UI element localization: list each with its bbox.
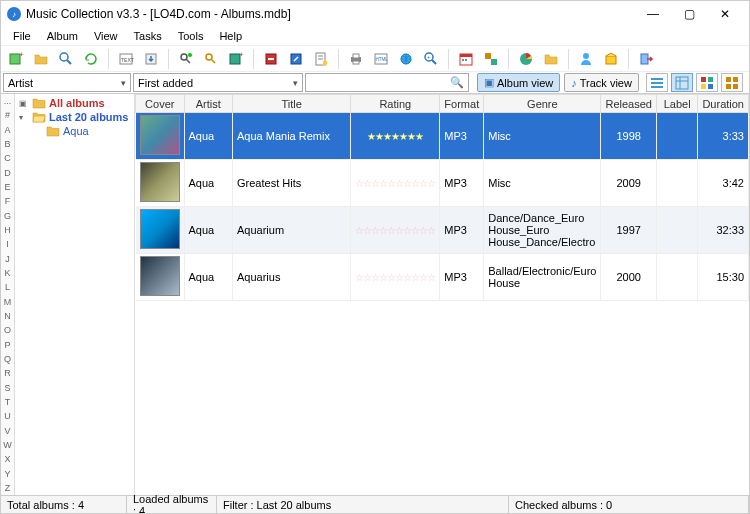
alpha-C[interactable]: C — [1, 151, 14, 165]
svg-rect-42 — [651, 86, 663, 88]
search-box[interactable]: 🔍 — [305, 73, 469, 92]
calendar-button[interactable] — [455, 48, 477, 70]
table-row[interactable]: AquaAqua Mania Remix★★★★★★★MP3Misc19983:… — [136, 113, 749, 160]
track-view-toggle[interactable]: ♪Track view — [564, 73, 639, 92]
menu-tasks[interactable]: Tasks — [126, 28, 170, 44]
expand-icon[interactable]: ▾ — [19, 113, 29, 122]
alpha-S[interactable]: S — [1, 381, 14, 395]
alpha-D[interactable]: D — [1, 166, 14, 180]
col-released[interactable]: Released — [601, 95, 656, 113]
text-field-button[interactable]: TEXT — [115, 48, 137, 70]
alpha-B[interactable]: B — [1, 137, 14, 151]
alpha-J[interactable]: J — [1, 252, 14, 266]
cell-label — [656, 113, 697, 160]
tree-node-all-albums[interactable]: ▣ All albums — [17, 96, 132, 110]
alpha-H[interactable]: H — [1, 223, 14, 237]
alpha-E[interactable]: E — [1, 180, 14, 194]
find-next-button[interactable] — [200, 48, 222, 70]
html-export-button[interactable]: HTML — [370, 48, 392, 70]
menu-album[interactable]: Album — [39, 28, 86, 44]
menu-file[interactable]: File — [5, 28, 39, 44]
alpha-I[interactable]: I — [1, 237, 14, 251]
close-button[interactable]: ✕ — [707, 3, 743, 25]
album-view-toggle[interactable]: ▣Album view — [477, 73, 560, 92]
layout-list-button[interactable] — [646, 73, 668, 92]
col-duration[interactable]: Duration — [698, 95, 749, 113]
col-genre[interactable]: Genre — [484, 95, 601, 113]
alpha-...[interactable]: ... — [1, 94, 14, 108]
layout-tiles-button[interactable] — [696, 73, 718, 92]
rating-stars[interactable]: ☆☆☆☆☆☆☆☆☆☆ — [355, 272, 435, 283]
alpha-G[interactable]: G — [1, 209, 14, 223]
import-button[interactable] — [140, 48, 162, 70]
open-db-button[interactable] — [30, 48, 52, 70]
col-artist[interactable]: Artist — [184, 95, 233, 113]
rating-stars[interactable]: ☆☆☆☆☆☆☆☆☆☆ — [355, 225, 435, 236]
view-button[interactable] — [55, 48, 77, 70]
print-button[interactable] — [345, 48, 367, 70]
properties-button[interactable] — [310, 48, 332, 70]
zoom-button[interactable]: + — [420, 48, 442, 70]
alpha-F[interactable]: F — [1, 194, 14, 208]
layout-covers-button[interactable] — [721, 73, 743, 92]
menu-view[interactable]: View — [86, 28, 126, 44]
alpha-Q[interactable]: Q — [1, 352, 14, 366]
layout-detail-button[interactable] — [671, 73, 693, 92]
alpha-K[interactable]: K — [1, 266, 14, 280]
svg-point-10 — [206, 54, 212, 60]
minimize-button[interactable]: — — [635, 3, 671, 25]
alpha-Y[interactable]: Y — [1, 467, 14, 481]
alpha-A[interactable]: A — [1, 123, 14, 137]
svg-rect-38 — [606, 56, 616, 64]
alpha-Z[interactable]: Z — [1, 481, 14, 495]
col-cover[interactable]: Cover — [136, 95, 185, 113]
svg-line-11 — [212, 59, 216, 63]
alpha-M[interactable]: M — [1, 295, 14, 309]
album-table-wrap[interactable]: CoverArtistTitleRatingFormatGenreRelease… — [135, 94, 749, 495]
open-folder-button[interactable] — [540, 48, 562, 70]
table-row[interactable]: AquaAquarium☆☆☆☆☆☆☆☆☆☆MP3Dance/Dance_Eur… — [136, 207, 749, 254]
alpha-R[interactable]: R — [1, 366, 14, 380]
edit-button[interactable] — [285, 48, 307, 70]
batch-button[interactable] — [480, 48, 502, 70]
tree-node-last20[interactable]: ▾ Last 20 albums — [17, 110, 132, 124]
web-button[interactable] — [395, 48, 417, 70]
refresh-button[interactable] — [80, 48, 102, 70]
add-album-button[interactable]: + — [225, 48, 247, 70]
col-rating[interactable]: Rating — [351, 95, 440, 113]
group-by-combo[interactable]: Artist — [3, 73, 131, 92]
delete-button[interactable] — [260, 48, 282, 70]
rating-stars[interactable]: ★★★★★★★ — [367, 131, 423, 142]
collapse-icon[interactable]: ▣ — [19, 99, 29, 108]
alpha-O[interactable]: O — [1, 323, 14, 337]
chart-button[interactable] — [515, 48, 537, 70]
exit-button[interactable] — [635, 48, 657, 70]
alpha-N[interactable]: N — [1, 309, 14, 323]
tree-node-artist[interactable]: Aqua — [17, 124, 132, 138]
col-format[interactable]: Format — [440, 95, 484, 113]
search-input[interactable] — [310, 77, 450, 89]
col-title[interactable]: Title — [233, 95, 351, 113]
maximize-button[interactable]: ▢ — [671, 3, 707, 25]
alpha-V[interactable]: V — [1, 424, 14, 438]
alpha-T[interactable]: T — [1, 395, 14, 409]
alpha-L[interactable]: L — [1, 280, 14, 294]
table-row[interactable]: AquaAquarius☆☆☆☆☆☆☆☆☆☆MP3Ballad/Electron… — [136, 254, 749, 301]
rating-stars[interactable]: ☆☆☆☆☆☆☆☆☆☆ — [355, 178, 435, 189]
find-button[interactable] — [175, 48, 197, 70]
new-db-button[interactable]: + — [5, 48, 27, 70]
cell-duration: 3:42 — [698, 160, 749, 207]
user-button[interactable] — [575, 48, 597, 70]
menu-help[interactable]: Help — [211, 28, 250, 44]
alpha-U[interactable]: U — [1, 409, 14, 423]
alpha-W[interactable]: W — [1, 438, 14, 452]
package-button[interactable] — [600, 48, 622, 70]
svg-rect-53 — [733, 84, 738, 89]
alpha-P[interactable]: P — [1, 338, 14, 352]
alpha-#[interactable]: # — [1, 108, 14, 122]
alpha-X[interactable]: X — [1, 452, 14, 466]
sort-by-combo[interactable]: First added — [133, 73, 303, 92]
menu-tools[interactable]: Tools — [170, 28, 212, 44]
table-row[interactable]: AquaGreatest Hits☆☆☆☆☆☆☆☆☆☆MP3Misc20093:… — [136, 160, 749, 207]
col-label[interactable]: Label — [656, 95, 697, 113]
